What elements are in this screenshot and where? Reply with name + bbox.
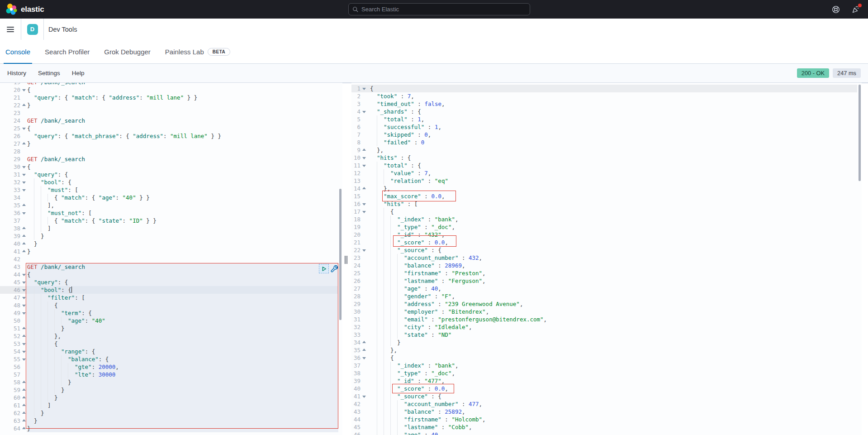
- code-line-27[interactable]: 27"age" : 40,: [351, 285, 857, 292]
- fold-toggle-icon[interactable]: [20, 294, 27, 301]
- code-line-43[interactable]: 43"balance" : 25892,: [351, 408, 857, 416]
- code-line-37[interactable]: 37{ "match": { "state": "ID" } }: [0, 217, 338, 225]
- fold-toggle-icon[interactable]: [20, 163, 27, 171]
- code-line-33[interactable]: 33"must": [: [0, 186, 338, 194]
- fold-toggle-icon[interactable]: [360, 162, 367, 169]
- fold-toggle-icon[interactable]: [20, 178, 27, 186]
- code-line-1[interactable]: 1{: [351, 85, 857, 92]
- fold-toggle-icon[interactable]: [20, 394, 27, 402]
- code-line-58[interactable]: 58}: [0, 378, 338, 386]
- code-line-44[interactable]: 44{: [0, 271, 338, 278]
- help-icon[interactable]: [832, 5, 840, 14]
- fold-toggle-icon[interactable]: [20, 286, 27, 294]
- fold-toggle-icon[interactable]: [360, 154, 367, 162]
- code-line-56[interactable]: 56"gte": 20000,: [0, 363, 338, 371]
- fold-toggle-icon[interactable]: [20, 186, 27, 194]
- code-line-34[interactable]: 34}: [351, 339, 857, 346]
- code-line-50[interactable]: 50"age": "40": [0, 317, 338, 325]
- code-line-31[interactable]: 31"query": {: [0, 171, 338, 178]
- right-editor-scrollbar[interactable]: [859, 85, 861, 181]
- settings-link[interactable]: Settings: [38, 70, 60, 76]
- code-line-57[interactable]: 57"lte": 30000: [0, 371, 338, 378]
- fold-toggle-icon[interactable]: [20, 209, 27, 217]
- fold-toggle-icon[interactable]: [360, 200, 367, 208]
- code-line-53[interactable]: 53{: [0, 340, 338, 348]
- fold-toggle-icon[interactable]: [20, 301, 27, 309]
- code-line-21[interactable]: 21"_score" : 0.0,: [351, 239, 857, 246]
- code-line-5[interactable]: 5"total" : 1,: [351, 115, 857, 123]
- code-line-16[interactable]: 16"hits" : [: [351, 200, 857, 208]
- code-line-18[interactable]: 18"_index" : "bank",: [351, 215, 857, 223]
- fold-toggle-icon[interactable]: [360, 346, 367, 354]
- response-viewer[interactable]: 1{2"took" : 7,3"timed_out" : false,4"_sh…: [351, 83, 862, 435]
- newsfeed-icon[interactable]: [852, 5, 860, 14]
- fold-toggle-icon[interactable]: [20, 425, 27, 432]
- code-line-48[interactable]: 48{: [0, 301, 338, 309]
- code-line-33[interactable]: 33"state" : "ND": [351, 331, 857, 339]
- code-line-19[interactable]: 19GET /bank/_search: [0, 83, 338, 86]
- fold-toggle-icon[interactable]: [20, 325, 27, 332]
- code-line-17[interactable]: 17{: [351, 208, 857, 215]
- code-line-29[interactable]: 29"address" : "239 Greenwood Avenue",: [351, 300, 857, 308]
- fold-toggle-icon[interactable]: [20, 278, 27, 286]
- tab-painless-lab[interactable]: Painless Lab BETA: [165, 40, 230, 64]
- code-line-30[interactable]: 30"employer" : "Bitendrex",: [351, 308, 857, 315]
- code-line-26[interactable]: 26"lastname" : "Ferguson",: [351, 277, 857, 285]
- code-line-35[interactable]: 35],: [0, 201, 338, 209]
- tab-search-profiler[interactable]: Search Profiler: [45, 40, 90, 64]
- code-line-14[interactable]: 14},: [351, 185, 857, 192]
- code-line-39[interactable]: 39}: [0, 232, 338, 240]
- code-line-8[interactable]: 8"failed" : 0: [351, 139, 857, 146]
- code-line-39[interactable]: 39"_id" : "477",: [351, 377, 857, 385]
- code-line-38[interactable]: 38]: [0, 225, 338, 232]
- code-line-21[interactable]: 21"query": { "match": { "address": "mill…: [0, 94, 338, 101]
- fold-toggle-icon[interactable]: [20, 101, 27, 109]
- code-line-29[interactable]: 29GET /bank/_search: [0, 155, 338, 163]
- code-line-30[interactable]: 30{: [0, 163, 338, 171]
- fold-toggle-icon[interactable]: [20, 248, 27, 255]
- code-line-26[interactable]: 26"query": { "match_phrase": { "address"…: [0, 132, 338, 140]
- code-line-45[interactable]: 45"lastname" : "Cobb",: [351, 423, 857, 431]
- elastic-logo[interactable]: elastic: [0, 3, 44, 16]
- code-line-32[interactable]: 32"bool": {: [0, 178, 338, 186]
- code-line-59[interactable]: 59}: [0, 386, 338, 394]
- code-line-20[interactable]: 20{: [0, 86, 338, 94]
- code-line-31[interactable]: 31"email" : "prestonferguson@bitendrex.c…: [351, 315, 857, 323]
- code-line-13[interactable]: 13"relation" : "eq": [351, 177, 857, 185]
- fold-toggle-icon[interactable]: [360, 146, 367, 154]
- code-line-6[interactable]: 6"successful" : 1,: [351, 123, 857, 131]
- code-line-3[interactable]: 3"timed_out" : false,: [351, 100, 857, 108]
- code-line-28[interactable]: 28: [0, 148, 338, 155]
- code-line-54[interactable]: 54"range": {: [0, 348, 338, 355]
- fold-toggle-icon[interactable]: [20, 378, 27, 386]
- fold-toggle-icon[interactable]: [20, 332, 27, 340]
- space-selector[interactable]: D: [21, 19, 43, 40]
- fold-toggle-icon[interactable]: [20, 124, 27, 132]
- code-line-47[interactable]: 47"filter": [: [0, 294, 338, 301]
- code-line-2[interactable]: 2"took" : 7,: [351, 92, 857, 100]
- code-line-23[interactable]: 23: [0, 109, 338, 117]
- code-line-40[interactable]: 40}: [0, 240, 338, 248]
- left-editor-scrollbar[interactable]: [339, 189, 342, 320]
- tab-grok-debugger[interactable]: Grok Debugger: [104, 40, 151, 64]
- fold-toggle-icon[interactable]: [20, 340, 27, 348]
- fold-toggle-icon[interactable]: [20, 417, 27, 425]
- code-line-55[interactable]: 55"balance": {: [0, 355, 338, 363]
- code-line-12[interactable]: 12"value" : 7,: [351, 169, 857, 177]
- code-line-24[interactable]: 24GET /bank/_search: [0, 117, 338, 124]
- request-editor[interactable]: 19GET /bank/_search20{21"query": { "matc…: [0, 83, 342, 435]
- code-line-36[interactable]: 36{: [351, 354, 857, 362]
- code-line-62[interactable]: 62}: [0, 409, 338, 417]
- code-line-63[interactable]: 63}: [0, 417, 338, 425]
- code-line-36[interactable]: 36"must_not": [: [0, 209, 338, 217]
- code-line-61[interactable]: 61]: [0, 402, 338, 409]
- fold-toggle-icon[interactable]: [20, 355, 27, 363]
- code-line-22[interactable]: 22}: [0, 101, 338, 109]
- code-line-25[interactable]: 25"firstname" : "Preston",: [351, 269, 857, 277]
- fold-toggle-icon[interactable]: [20, 171, 27, 178]
- fold-toggle-icon[interactable]: [360, 392, 367, 400]
- fold-toggle-icon[interactable]: [360, 185, 367, 192]
- space-avatar[interactable]: D: [27, 24, 38, 35]
- code-line-23[interactable]: 23"account_number" : 432,: [351, 254, 857, 262]
- code-line-20[interactable]: 20"_id" : "432",: [351, 231, 857, 239]
